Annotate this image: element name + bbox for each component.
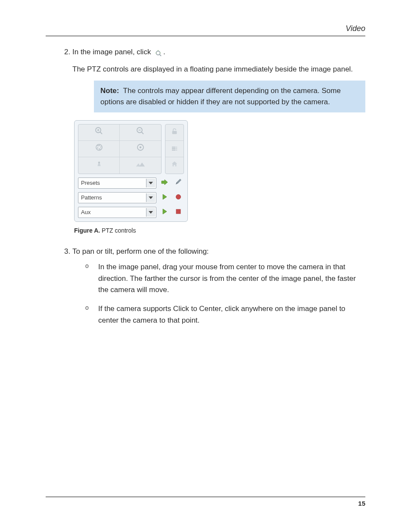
preset-go-button[interactable] bbox=[159, 178, 170, 188]
stop-icon bbox=[175, 207, 181, 218]
dropdown-caret-icon bbox=[146, 179, 155, 187]
presets-label: Presets bbox=[81, 180, 100, 186]
pencil-icon bbox=[175, 177, 182, 189]
zoom-out-icon bbox=[136, 127, 145, 139]
aux-row: Aux bbox=[78, 207, 184, 218]
figure-text: PTZ controls bbox=[102, 227, 136, 234]
step-3-sublist: In the image panel, drag your mouse from… bbox=[85, 261, 365, 326]
home-icon bbox=[171, 160, 178, 171]
dropdown-caret-icon bbox=[146, 193, 155, 202]
play-icon bbox=[162, 207, 168, 218]
ptz-panel: Presets bbox=[74, 120, 188, 222]
ptz-inline-icon bbox=[154, 49, 162, 56]
figure-label: Figure A. bbox=[74, 227, 100, 234]
svg-line-10 bbox=[142, 132, 144, 134]
lock-icon bbox=[171, 127, 178, 138]
step-3-bullet-1: In the image panel, drag your mouse from… bbox=[85, 261, 365, 296]
pattern-play-button[interactable] bbox=[159, 193, 170, 203]
menu-list-icon bbox=[171, 143, 178, 155]
note-label: Note: bbox=[100, 87, 119, 95]
step-2-text-before: In the image panel, click bbox=[72, 48, 153, 56]
page-footer: 15 bbox=[46, 497, 365, 507]
figure-caption: Figure A. PTZ controls bbox=[74, 226, 365, 236]
step-3-text: To pan or tilt, perform one of the follo… bbox=[72, 247, 209, 255]
patterns-row: Patterns bbox=[78, 192, 184, 203]
numbered-list: In the image panel, click . The PTZ cont… bbox=[59, 47, 365, 326]
dropdown-caret-icon bbox=[146, 208, 155, 217]
home-button[interactable] bbox=[165, 157, 184, 174]
svg-marker-4 bbox=[158, 50, 159, 51]
step-3: To pan or tilt, perform one of the follo… bbox=[72, 246, 365, 326]
page-content: In the image panel, click . The PTZ cont… bbox=[59, 47, 365, 334]
iris-open-icon bbox=[95, 143, 103, 155]
arrow-right-icon bbox=[161, 177, 168, 189]
svg-point-15 bbox=[98, 162, 100, 163]
aux-play-button[interactable] bbox=[159, 207, 170, 218]
svg-marker-26 bbox=[149, 182, 153, 184]
step-3-bullet-2: If the camera supports Click to Center, … bbox=[85, 303, 365, 326]
svg-line-6 bbox=[100, 132, 102, 134]
iris-close-icon bbox=[136, 143, 145, 155]
zoom-in-icon bbox=[95, 127, 103, 139]
note-text: The controls may appear different depend… bbox=[100, 87, 341, 106]
svg-marker-31 bbox=[163, 194, 167, 199]
aux-dropdown[interactable]: Aux bbox=[78, 207, 156, 218]
header-title: Video bbox=[346, 24, 365, 33]
zoom-in-button[interactable] bbox=[78, 124, 120, 141]
ptz-button-grid bbox=[78, 124, 162, 174]
svg-marker-27 bbox=[162, 180, 168, 185]
svg-rect-18 bbox=[172, 131, 177, 134]
iris-close-button[interactable] bbox=[120, 141, 161, 157]
step-2-description: The PTZ controls are displayed in a floa… bbox=[72, 64, 365, 75]
aux-stop-button[interactable] bbox=[173, 207, 184, 218]
iris-open-button[interactable] bbox=[78, 141, 120, 157]
ptz-side-column bbox=[165, 124, 184, 174]
patterns-dropdown[interactable]: Patterns bbox=[78, 192, 156, 203]
lock-button[interactable] bbox=[165, 124, 184, 141]
svg-line-1 bbox=[160, 54, 162, 56]
menu-button[interactable] bbox=[165, 141, 184, 157]
svg-point-32 bbox=[176, 195, 181, 199]
page-number: 15 bbox=[358, 500, 365, 507]
svg-rect-35 bbox=[176, 209, 181, 214]
focus-far-icon bbox=[135, 160, 146, 171]
ptz-top-section bbox=[78, 124, 184, 174]
focus-near-icon bbox=[95, 160, 103, 171]
presets-row: Presets bbox=[78, 177, 184, 189]
svg-marker-30 bbox=[149, 196, 153, 199]
step-2-text-after: . bbox=[163, 48, 165, 56]
page-header: Video bbox=[46, 24, 365, 36]
step-2: In the image panel, click . The PTZ cont… bbox=[72, 47, 365, 236]
play-icon bbox=[162, 192, 168, 203]
svg-marker-25 bbox=[172, 162, 177, 167]
patterns-label: Patterns bbox=[81, 194, 102, 201]
svg-marker-33 bbox=[149, 211, 153, 214]
note-box: Note: The controls may appear different … bbox=[94, 81, 365, 113]
zoom-out-button[interactable] bbox=[120, 124, 161, 141]
svg-point-0 bbox=[156, 51, 160, 55]
pattern-record-button[interactable] bbox=[173, 193, 184, 203]
focus-far-button[interactable] bbox=[120, 157, 161, 174]
aux-label: Aux bbox=[81, 209, 90, 215]
focus-near-button[interactable] bbox=[78, 157, 120, 174]
preset-edit-button[interactable] bbox=[173, 178, 184, 188]
svg-marker-34 bbox=[163, 209, 167, 214]
svg-point-14 bbox=[140, 146, 141, 148]
record-icon bbox=[175, 192, 181, 203]
svg-marker-17 bbox=[139, 163, 145, 167]
presets-dropdown[interactable]: Presets bbox=[78, 177, 156, 189]
